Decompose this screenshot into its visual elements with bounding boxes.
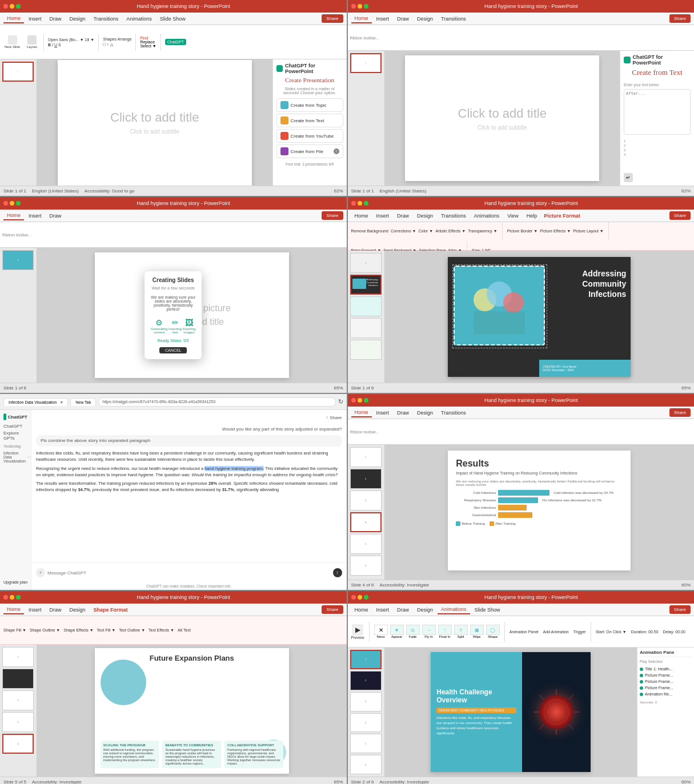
explore-gpts-link[interactable]: Explore GPTs (3, 431, 27, 441)
slide-thumb-6-4[interactable]: 4 (350, 512, 382, 532)
chat-input[interactable] (47, 570, 331, 576)
new-slide-btn[interactable]: New Slide (2, 34, 22, 50)
slide-thumb-8-2[interactable]: 2 (350, 671, 382, 690)
float-in-anim[interactable]: ↑ Float In (438, 625, 452, 638)
close-btn-1[interactable] (3, 4, 8, 9)
create-from-topic-btn[interactable]: Create from Topic (276, 98, 343, 112)
close-btn-2[interactable] (351, 4, 356, 9)
cursor-icon[interactable]: ↵ (624, 173, 633, 182)
maximize-btn-2[interactable] (364, 4, 368, 9)
animation-panel-btn[interactable]: Animation Panel (510, 630, 539, 634)
tab-draw-7[interactable]: Draw (46, 606, 65, 614)
share-btn-7[interactable]: Share (322, 605, 343, 614)
create-from-youtube-btn[interactable]: Create from YouTube (276, 129, 343, 143)
tab-draw-1[interactable]: Draw (46, 15, 65, 23)
slide-thumb-7-5[interactable]: 5 (2, 734, 34, 754)
anim-item-2[interactable]: Picture Frame... (640, 672, 692, 678)
chatgpt-sidebar-link[interactable]: ChatGPT (3, 424, 27, 429)
duration-control[interactable]: Duration: 00.50 (631, 630, 659, 634)
minimize-btn-3[interactable] (10, 201, 14, 206)
tab-home-1[interactable]: Home (3, 14, 24, 23)
tab-view-4[interactable]: View (504, 212, 521, 220)
tab-animations-1[interactable]: Animations (123, 15, 155, 23)
upgrade-plan[interactable]: Upgrade plan (3, 580, 27, 584)
slide-thumb-7-4[interactable]: 4 (2, 712, 34, 732)
tab-transitions-6[interactable]: Transitions (438, 409, 470, 417)
slide-thumb-4-3[interactable] (350, 296, 382, 316)
slide-thumb-8-4[interactable]: 4 (350, 713, 382, 733)
slide-thumb-4-1[interactable]: 1 (350, 253, 382, 273)
slide-thumb-1-1[interactable]: 1 (2, 62, 34, 82)
tab-home-7[interactable]: Home (3, 605, 24, 614)
shape-anim[interactable]: ◯ Shape (486, 625, 500, 638)
url-bar[interactable]: https://chatgpt.com/c/67c47470-6f9c-803a… (98, 397, 335, 407)
tab-infection[interactable]: Infection Data Visualization × (3, 398, 68, 406)
anim-item-1[interactable]: Title 1: Health... (640, 666, 692, 672)
tab-home-4[interactable]: Home (351, 212, 372, 220)
slide-thumb-6-6[interactable]: 6 (350, 556, 382, 576)
tab-help-4[interactable]: Help (523, 212, 541, 220)
send-icon[interactable]: ↑ (333, 568, 342, 577)
slide-thumb-8-5[interactable]: 5 (350, 734, 382, 753)
maximize-btn-1[interactable] (16, 4, 21, 9)
tab-draw-4[interactable]: Draw (394, 212, 412, 220)
tab-slideshow-8[interactable]: Slide Show (471, 606, 504, 614)
preview-btn[interactable]: ▶ Preview (351, 624, 364, 640)
attach-icon[interactable]: + (36, 568, 45, 577)
tab-design-1[interactable]: Design (66, 15, 89, 23)
tab-insert-1[interactable]: Insert (25, 15, 45, 23)
slide-thumb-6-1[interactable]: 1 (350, 447, 382, 467)
tab-insert-6[interactable]: Insert (373, 409, 393, 417)
slide-thumb-4-2[interactable]: AddressingCommunityInfections (350, 275, 382, 295)
tab-draw-6[interactable]: Draw (394, 409, 412, 417)
slide-thumb-3-1[interactable]: 1 (2, 250, 34, 270)
create-from-text-btn[interactable]: Create from Text (276, 114, 343, 127)
image-placeholder[interactable] (454, 266, 545, 345)
tab-design-6[interactable]: Design (414, 409, 436, 417)
minimize-btn-7[interactable] (10, 595, 14, 600)
tab-design-7[interactable]: Design (66, 606, 89, 614)
tab-draw-3[interactable]: Draw (46, 212, 65, 220)
tab-insert-4[interactable]: Insert (373, 212, 393, 220)
tab-design-2[interactable]: Design (414, 15, 436, 23)
tab-insert-3[interactable]: Insert (25, 212, 45, 220)
trigger-btn[interactable]: Trigger (573, 630, 586, 634)
slide-title-2[interactable]: Click to add title (458, 106, 547, 121)
tab-transitions-4[interactable]: Transitions (438, 212, 470, 220)
tab-insert-2[interactable]: Insert (373, 15, 393, 23)
wipe-anim[interactable]: ▦ Wipe (470, 625, 484, 638)
slide-thumb-6-3[interactable]: 3 (350, 490, 382, 510)
none-anim[interactable]: ✕ None (374, 625, 388, 638)
layout-btn[interactable]: Layout (25, 34, 39, 50)
fly-in-anim[interactable]: → Fly In (422, 625, 436, 638)
share-btn-6[interactable]: Share (669, 408, 691, 417)
tab-insert-8[interactable]: Insert (373, 606, 393, 614)
close-btn-8[interactable] (351, 595, 356, 600)
tab-new[interactable]: New Tab (70, 398, 96, 406)
share-btn-chat[interactable]: ↑ Share (326, 415, 342, 421)
minimize-btn-1[interactable] (10, 4, 14, 9)
slide-thumb-7-2[interactable] (2, 669, 34, 689)
tab-draw-8[interactable]: Draw (394, 606, 412, 614)
slide-thumb-4-4[interactable] (350, 318, 382, 338)
minimize-btn-6[interactable] (358, 398, 362, 403)
split-anim[interactable]: ◊ Split (454, 625, 468, 638)
tab-home-3[interactable]: Home (3, 211, 24, 220)
history-dots[interactable]: ··· (27, 455, 31, 460)
slide-subtitle-2[interactable]: Click to add subtitle (478, 124, 527, 131)
slide-title-1[interactable]: Click to add title (110, 110, 199, 125)
anim-item-5[interactable]: Animation file... (640, 691, 692, 697)
appear-anim[interactable]: ★ Appear (390, 625, 404, 638)
text-input-area[interactable] (624, 89, 691, 135)
picture-format-tab[interactable]: Picture Format (541, 210, 583, 222)
share-btn-3[interactable]: Share (322, 211, 343, 220)
minimize-btn-2[interactable] (358, 4, 362, 9)
share-btn-8[interactable]: Share (669, 605, 691, 614)
maximize-btn-3[interactable] (16, 201, 21, 206)
tab-home-2[interactable]: Home (351, 14, 372, 23)
close-tab-icon[interactable]: × (61, 400, 63, 405)
slide-thumb-7-1[interactable]: 1 (2, 647, 34, 667)
share-btn-1[interactable]: Share (322, 14, 343, 23)
start-on-click[interactable]: Start: On Click ▼ (596, 630, 627, 634)
share-btn-2[interactable]: Share (669, 14, 691, 23)
